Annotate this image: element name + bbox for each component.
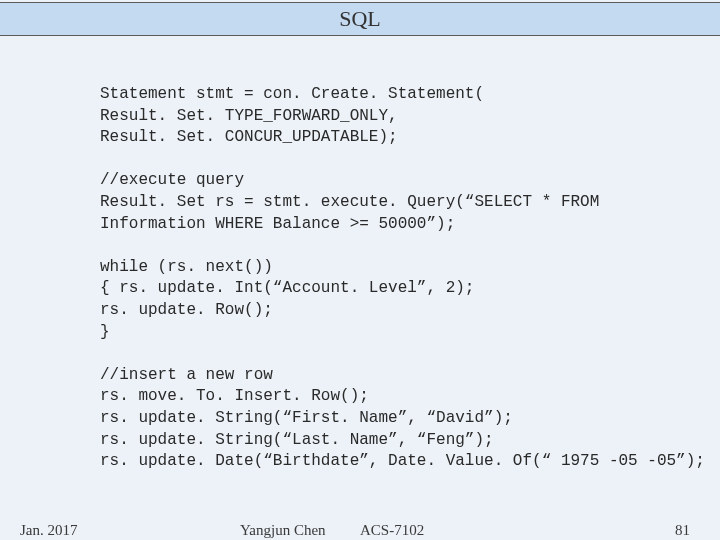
slide-title: SQL: [0, 2, 720, 36]
footer-date: Jan. 2017: [20, 522, 78, 539]
footer-course: ACS-7102: [360, 522, 424, 539]
code-content: Statement stmt = con. Create. Statement(…: [0, 36, 720, 473]
footer-page-number: 81: [675, 522, 690, 539]
footer-author: Yangjun Chen: [240, 522, 326, 539]
